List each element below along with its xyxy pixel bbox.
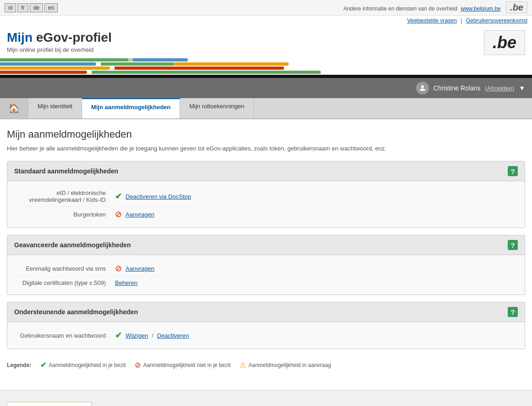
- burgertoken-aanvragen-link[interactable]: Aanvragen: [126, 211, 154, 218]
- row-value: ⊘ Aanvragen: [115, 209, 154, 219]
- row-label: Gebruikersnaam en wachtwoord: [14, 332, 115, 339]
- top-bar: nl fr de en Andere informatie en dienste…: [0, 0, 532, 16]
- row-value: ✔ Deactiveren via DocStop: [115, 191, 191, 201]
- section-ondersteunend: Ondersteunende aanmeldmogelijkheden ? Ge…: [7, 302, 525, 349]
- table-row: eID / elektronischevreemdelingenkaart / …: [14, 187, 518, 206]
- header-links: Veelgestelde vragen | Gebruikersovereenk…: [0, 16, 532, 26]
- logo-egov: eGov-profiel: [36, 30, 112, 44]
- tab-identity[interactable]: Mijn identiteit: [28, 98, 82, 118]
- table-row: Burgertoken ⊘ Aanvragen: [14, 206, 518, 222]
- row-value: Beheren: [115, 279, 137, 286]
- belgium-link[interactable]: www.belgium.be: [461, 6, 500, 12]
- deactiveer-docstop-link[interactable]: Deactiveren via DocStop: [126, 193, 191, 200]
- legend-red-icon: ⊘: [135, 361, 141, 369]
- row-label: Digitale certificaten (type x.509): [14, 279, 115, 286]
- svg-point-0: [421, 85, 424, 88]
- section-geavanceerd-title: Geavanceerde aanmeldmogelijkheden: [14, 241, 131, 249]
- logo-area: Mijn eGov-profiel Mijn online profiel bi…: [0, 26, 532, 55]
- lang-en[interactable]: en: [44, 3, 58, 12]
- status-green-icon: ✔: [115, 191, 122, 201]
- page-title: Mijn aanmeldmogelijkheden: [7, 128, 525, 140]
- table-row: Eenmalig wachtwoord via sms ⊘ Aanvragen: [14, 261, 518, 277]
- table-row: Gebruikersnaam en wachtwoord ✔ Wijzigen …: [14, 328, 518, 343]
- tab-home[interactable]: 🏠: [0, 98, 28, 118]
- dropdown-arrow[interactable]: ▼: [519, 84, 525, 92]
- terms-link[interactable]: Gebruikersovereenkomst: [466, 17, 527, 24]
- section-standaard-header: Standaard aanmeldmogelijkheden ?: [7, 161, 525, 181]
- logo-text: Mijn eGov-profiel Mijn online profiel bi…: [7, 30, 112, 53]
- status-red-icon: ⊘: [115, 263, 122, 273]
- section-standaard-body: eID / elektronischevreemdelingenkaart / …: [7, 181, 525, 228]
- section-ondersteunend-title: Ondersteunende aanmeldmogelijkheden: [14, 308, 138, 316]
- deactiveren-link[interactable]: Deactiveren: [157, 332, 189, 339]
- lang-de[interactable]: de: [30, 3, 43, 12]
- section-standaard: Standaard aanmeldmogelijkheden ? eID / e…: [7, 161, 525, 228]
- row-value: ⊘ Aanvragen: [115, 263, 154, 273]
- legend: Legende: ✔ Aanmeldmogelijkheid in je bez…: [7, 356, 525, 374]
- section-standaard-title: Standaard aanmeldmogelijkheden: [14, 167, 118, 175]
- legend-green-icon: ✔: [40, 361, 46, 369]
- row-value: ✔ Wijzigen / Deactiveren: [115, 330, 189, 340]
- tab-roles[interactable]: Mijn roltoekenningen: [180, 98, 254, 118]
- section-ondersteunend-help[interactable]: ?: [508, 307, 518, 317]
- section-geavanceerd-help[interactable]: ?: [508, 240, 518, 250]
- lang-nl[interactable]: nl: [5, 3, 16, 12]
- footer: ★ ★ ★ ★ ★ ★: [0, 390, 532, 406]
- legend-label: Legende:: [7, 362, 31, 368]
- ready-badge: ★ ★ ★ ★ ★ ★: [7, 402, 92, 406]
- be-logo: .be: [484, 30, 525, 55]
- legend-item-red: ⊘ Aanmeldmogelijkheid niet in je bezit: [135, 361, 230, 369]
- table-row: Digitale certificaten (type x.509) Beher…: [14, 277, 518, 289]
- user-name: Christine Rolans: [433, 84, 481, 92]
- home-icon: 🏠: [8, 103, 20, 114]
- main-content: Mijn aanmeldmogelijkheden Hier beheer je…: [0, 119, 532, 383]
- user-logout[interactable]: (Afmelden): [485, 85, 515, 92]
- separator: |: [461, 17, 462, 24]
- nav-tabs: 🏠 Mijn identiteit Mijn aanmeldmogelijkhe…: [0, 98, 532, 119]
- section-standaard-help[interactable]: ?: [508, 166, 518, 176]
- section-geavanceerd-body: Eenmalig wachtwoord via sms ⊘ Aanvragen …: [7, 255, 525, 295]
- top-right-info: Andere informatie en diensten van de ove…: [343, 2, 527, 13]
- user-bar: Christine Rolans (Afmelden) ▼: [0, 78, 532, 98]
- section-ondersteunend-body: Gebruikersnaam en wachtwoord ✔ Wijzigen …: [7, 322, 525, 349]
- row-label: Eenmalig wachtwoord via sms: [14, 265, 115, 272]
- section-ondersteunend-header: Ondersteunende aanmeldmogelijkheden ?: [7, 302, 525, 322]
- wijzigen-link[interactable]: Wijzigen: [126, 332, 148, 339]
- lang-fr[interactable]: fr: [17, 3, 28, 12]
- section-geavanceerd: Geavanceerde aanmeldmogelijkheden ? Eenm…: [7, 235, 525, 295]
- tab-login[interactable]: Mijn aanmeldmogelijkheden: [82, 98, 180, 118]
- row-label: Burgertoken: [14, 211, 115, 218]
- be-logo-small: .be: [506, 1, 527, 13]
- slash-divider: /: [152, 332, 154, 339]
- row-label: eID / elektronischevreemdelingenkaart / …: [14, 189, 115, 203]
- legend-warning-icon: ⚠: [240, 361, 246, 369]
- legend-item-warning: ⚠ Aanmeldmogelijkheid in aanvraag: [240, 361, 331, 369]
- logo-mijn: Mijn: [7, 30, 33, 44]
- rainbow-stripes: [0, 57, 532, 78]
- logo-subtitle: Mijn online profiel bij de overheid: [7, 46, 112, 53]
- section-geavanceerd-header: Geavanceerde aanmeldmogelijkheden ?: [7, 235, 525, 255]
- lang-selector[interactable]: nl fr de en: [5, 3, 58, 12]
- legend-item-green: ✔ Aanmeldmogelijkheid in je bezit: [40, 361, 126, 369]
- user-avatar: [416, 82, 429, 95]
- page-description: Hier beheer je alle aanmeldmogelijkheden…: [7, 145, 525, 152]
- status-green-check: ✔: [115, 330, 122, 340]
- cert-beheren-link[interactable]: Beheren: [115, 279, 137, 286]
- faq-link[interactable]: Veelgestelde vragen: [407, 17, 457, 24]
- logout-link[interactable]: Afmelden: [487, 85, 512, 92]
- status-red-icon: ⊘: [115, 209, 122, 219]
- sms-aanvragen-link[interactable]: Aanvragen: [126, 265, 154, 272]
